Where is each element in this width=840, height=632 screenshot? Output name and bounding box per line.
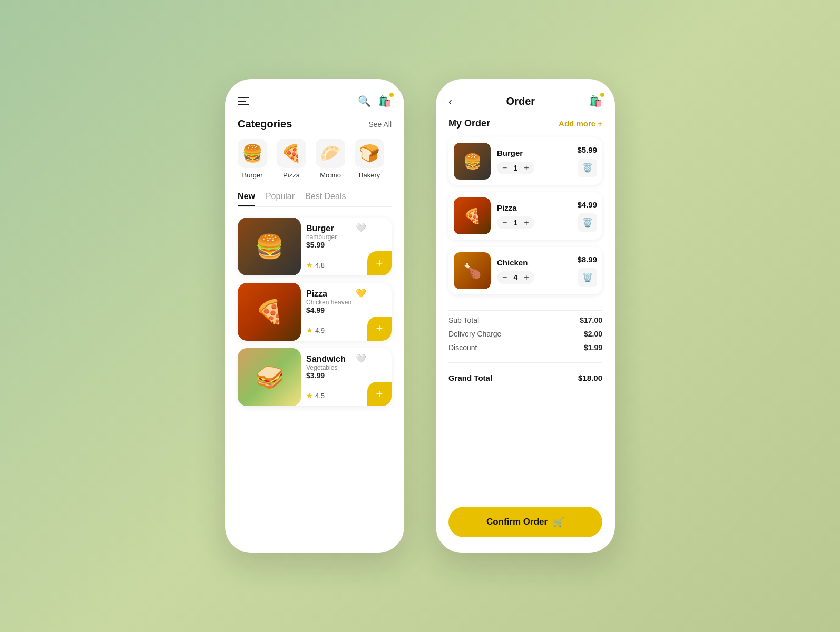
food-desc-burger: hamburger [306,233,386,241]
order-bag-dot [600,93,604,97]
discount-label: Discount [448,343,477,352]
categories-header: Categories See All [238,118,392,130]
food-name-pizza: Pizza [306,289,386,299]
order-item-name-burger: Burger [497,149,571,157]
order-bag-icon-wrap[interactable]: 🛍️ [589,95,602,107]
qty-value-burger: 1 [511,164,520,172]
favorite-button-pizza[interactable]: 💛 [356,288,366,298]
confirm-order-button[interactable]: Confirm Order 🛒 [448,507,602,537]
order-item-name-chicken: Chicken [497,258,571,267]
add-button-sandwich[interactable]: + [367,382,392,406]
categories-title: Categories [238,118,292,130]
sub-total-row: Sub Total $17.00 [448,316,602,324]
discount-row: Discount $1.99 [448,343,602,352]
order-item-name-pizza: Pizza [497,203,571,212]
grand-total-row: Grand Total $18.00 [448,373,602,382]
order-item-price-pizza: $4.99 [577,200,597,209]
category-pizza-icon: 🍕 [277,139,306,168]
category-momo[interactable]: 🥟 Mo:mo [316,139,345,179]
add-button-pizza[interactable]: + [367,317,392,341]
delivery-charge-value: $2.00 [584,330,602,338]
delivery-charge-row: Delivery Charge $2.00 [448,330,602,338]
favorite-button-burger[interactable]: 🤍 [356,223,366,233]
see-all-button[interactable]: See All [368,120,392,129]
divider-top [448,310,602,311]
category-bakery[interactable]: 🍞 Bakery [355,139,384,179]
tab-best-deals[interactable]: Best Deals [305,192,346,206]
hamburger-menu-icon[interactable] [238,97,249,105]
qty-increase-pizza[interactable]: + [524,219,529,227]
food-name-sandwich: Sandwich [306,354,386,364]
tab-new[interactable]: New [238,192,255,206]
bag-icon: 🛍️ [378,95,392,107]
category-pizza-label: Pizza [283,171,300,179]
categories-list: 🍔 Burger 🍕 Pizza 🥟 Mo:mo 🍞 Bakery [238,139,392,179]
order-item-right-chicken: $8.99 🗑️ [577,255,597,287]
order-item-image-pizza: 🍕 [454,197,491,234]
food-image-burger: 🍔 [238,218,301,275]
category-bakery-icon: 🍞 [355,139,384,168]
food-card-burger: 🍔 Burger hamburger $5.99 ★ 4.8 🤍 + [238,218,392,275]
order-item-image-chicken: 🍗 [454,252,491,289]
order-item-burger: 🍔 Burger − 1 + $5.99 🗑️ [448,137,602,185]
top-icons: 🔍 🛍️ [358,95,392,107]
add-more-button[interactable]: Add more + [559,119,602,128]
category-burger[interactable]: 🍔 Burger [238,139,267,179]
order-item-pizza: 🍕 Pizza − 1 + $4.99 🗑️ [448,192,602,240]
qty-control-pizza: − 1 + [497,216,534,229]
rating-value-pizza: 4.9 [315,327,325,334]
category-momo-icon: 🥟 [316,139,345,168]
food-card-pizza: 🍕 Pizza Chicken heaven $4.99 ★ 4.9 💛 + [238,283,392,341]
my-order-label: My Order [448,118,490,129]
food-price-pizza: $4.99 [306,306,386,314]
star-icon: ★ [306,261,313,269]
food-tabs: New Popular Best Deals [238,192,392,207]
right-top-bar: ‹ Order 🛍️ [448,95,602,107]
delivery-charge-label: Delivery Charge [448,330,501,338]
order-bag-icon: 🛍️ [589,95,602,107]
sub-total-value: $17.00 [580,316,602,324]
qty-value-pizza: 1 [511,219,520,227]
search-icon[interactable]: 🔍 [358,95,371,107]
add-button-burger[interactable]: + [367,251,392,275]
category-burger-icon: 🍔 [238,139,267,168]
order-items-list: 🍔 Burger − 1 + $5.99 🗑️ 🍕 Pizza [448,137,602,294]
star-icon: ★ [306,391,313,400]
category-burger-label: Burger [242,171,262,179]
delete-button-burger[interactable]: 🗑️ [578,159,597,177]
rating-value-sandwich: 4.5 [315,392,325,400]
grand-total-value: $18.00 [578,373,602,382]
qty-value-chicken: 4 [511,273,520,282]
favorite-button-sandwich[interactable]: 🤍 [356,353,366,363]
qty-decrease-pizza[interactable]: − [502,219,507,227]
category-bakery-label: Bakery [359,171,380,179]
confirm-order-label: Confirm Order [486,517,548,527]
qty-increase-burger[interactable]: + [524,164,529,172]
bag-icon-wrap[interactable]: 🛍️ [378,95,392,107]
bag-notification-dot [389,93,394,97]
qty-control-burger: − 1 + [497,162,534,174]
category-pizza[interactable]: 🍕 Pizza [277,139,306,179]
star-icon: ★ [306,326,313,334]
food-list: 🍔 Burger hamburger $5.99 ★ 4.8 🤍 + 🍕 [238,218,392,406]
food-price-burger: $5.99 [306,241,386,249]
sub-total-label: Sub Total [448,316,479,324]
discount-value: $1.99 [584,343,602,352]
category-momo-label: Mo:mo [320,171,341,179]
food-desc-sandwich: Vegetables [306,364,386,371]
qty-decrease-burger[interactable]: − [502,164,507,172]
rating-value-burger: 4.8 [315,261,325,269]
delete-button-chicken[interactable]: 🗑️ [578,268,597,287]
left-phone: 🔍 🛍️ Categories See All 🍔 Burger 🍕 Pizza… [225,79,404,553]
cart-icon: 🛒 [553,516,564,528]
qty-increase-chicken[interactable]: + [524,273,529,282]
tab-popular[interactable]: Popular [266,192,295,206]
delete-button-pizza[interactable]: 🗑️ [578,213,597,232]
divider-bottom [448,362,602,363]
order-item-details-chicken: Chicken − 4 + [497,258,571,284]
qty-decrease-chicken[interactable]: − [502,273,507,282]
price-breakdown: Sub Total $17.00 Delivery Charge $2.00 D… [448,316,602,382]
back-button[interactable]: ‹ [448,95,452,107]
food-name-burger: Burger [306,224,386,233]
order-item-price-burger: $5.99 [577,145,597,154]
